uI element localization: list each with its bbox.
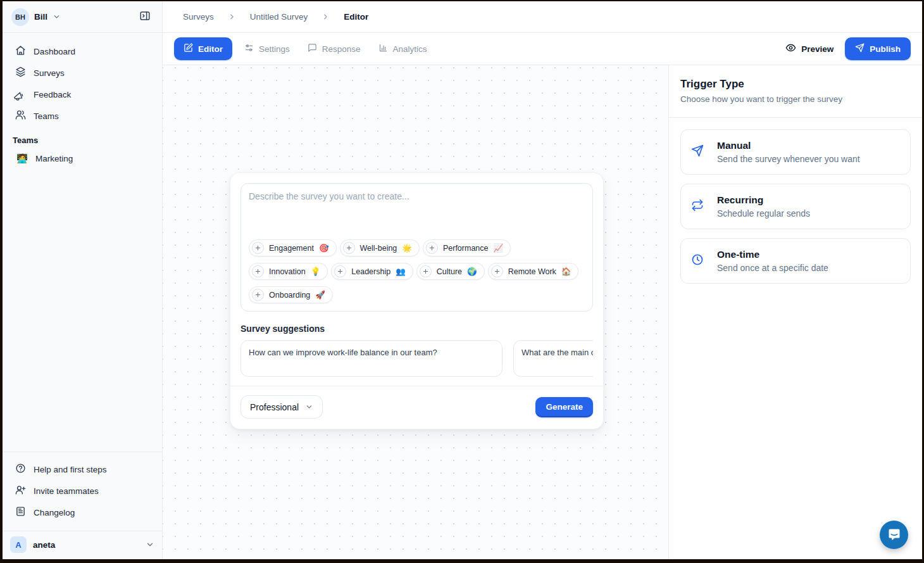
changelog-icon (15, 506, 26, 519)
bulb-emoji-icon: 💡 (311, 267, 321, 276)
survey-composer-card: Engagement 🎯 Well-being 🌟 Performance (230, 172, 604, 429)
eye-icon (785, 42, 796, 55)
people-emoji-icon: 👥 (396, 267, 406, 276)
sidebar-item-invite[interactable]: Invite teammates (9, 480, 156, 502)
publish-label: Publish (870, 44, 901, 54)
main-area: Surveys Untitled Survey Editor Editor (163, 1, 922, 559)
star-emoji-icon: 🌟 (402, 243, 412, 253)
sidebar: BH Bill Dashboard (3, 1, 163, 559)
layers-icon (15, 66, 26, 79)
composer-footer: Professional Generate (240, 386, 593, 419)
option-title: Recurring (717, 194, 810, 206)
breadcrumb-untitled-survey[interactable]: Untitled Survey (250, 12, 308, 22)
panel-title: Trigger Type (680, 78, 911, 91)
sidebar-item-label: Teams (34, 111, 59, 121)
breadcrumb: Surveys Untitled Survey Editor (163, 1, 922, 33)
topic-chip-well-being[interactable]: Well-being 🌟 (340, 239, 420, 256)
suggestion-card[interactable]: What are the main ob (513, 340, 593, 377)
trigger-type-panel: Trigger Type Choose how you want to trig… (668, 65, 922, 559)
plus-icon (343, 242, 355, 254)
send-icon (691, 144, 704, 164)
workspace-switcher[interactable]: BH Bill (3, 1, 162, 33)
topic-chip-culture[interactable]: Culture 🌍 (416, 263, 485, 280)
generate-button[interactable]: Generate (535, 397, 593, 417)
panel-header: Trigger Type Choose how you want to trig… (669, 65, 922, 118)
suggestion-card[interactable]: How can we improve work-life balance in … (240, 340, 503, 377)
option-description: Send once at a specific date (717, 263, 828, 273)
plus-icon (420, 265, 432, 277)
users-icon (15, 110, 26, 122)
account-menu[interactable]: A aneta (3, 531, 162, 559)
workspace-name: Bill (34, 12, 47, 22)
sidebar-item-marketing[interactable]: 🧑‍💻 Marketing (9, 148, 156, 169)
tab-analytics[interactable]: Analytics (373, 37, 433, 60)
topic-chip-onboarding[interactable]: Onboarding 🚀 (249, 286, 333, 303)
sidebar-collapse-button[interactable] (135, 8, 154, 27)
tab-label: Response (322, 44, 361, 54)
topic-chip-row: Onboarding 🚀 (249, 286, 585, 303)
trigger-options: Manual Send the survey whenever you want… (669, 118, 922, 295)
topic-chip-remote-work[interactable]: Remote Work 🏠 (488, 263, 579, 280)
sidebar-item-surveys[interactable]: Surveys (9, 62, 156, 84)
workspace-avatar: BH (11, 8, 29, 26)
megaphone-icon (15, 88, 26, 101)
breadcrumb-surveys[interactable]: Surveys (183, 12, 214, 22)
chat-launcher-button[interactable] (880, 521, 908, 549)
chat-bubble-icon (308, 43, 317, 54)
topic-chip-innovation[interactable]: Innovation 💡 (249, 263, 328, 280)
publish-button[interactable]: Publish (845, 37, 911, 60)
preview-button[interactable]: Preview (785, 42, 833, 55)
home-icon (15, 45, 26, 58)
prompt-box: Engagement 🎯 Well-being 🌟 Performance (240, 183, 593, 312)
sidebar-item-teams[interactable]: Teams (9, 105, 156, 127)
sidebar-item-changelog[interactable]: Changelog (9, 502, 156, 523)
target-emoji-icon: 🎯 (319, 243, 329, 253)
sidebar-item-feedback[interactable]: Feedback (9, 84, 156, 105)
option-title: One-time (717, 249, 828, 260)
sidebar-item-dashboard[interactable]: Dashboard (9, 41, 156, 62)
tab-label: Settings (259, 44, 290, 54)
account-name: aneta (33, 540, 55, 550)
editor-tabs: Editor Settings Response (174, 37, 433, 60)
help-circle-icon (15, 463, 26, 476)
chevron-down-icon (305, 403, 313, 411)
repeat-icon (691, 199, 704, 218)
rocket-emoji-icon: 🚀 (315, 290, 325, 300)
tone-select[interactable]: Professional (240, 395, 323, 419)
editor-canvas[interactable]: Engagement 🎯 Well-being 🌟 Performance (163, 65, 668, 559)
topic-chip-performance[interactable]: Performance 📈 (423, 239, 511, 256)
tab-settings[interactable]: Settings (239, 37, 296, 60)
sidebar-nav: Dashboard Surveys Feedback Teams (3, 33, 162, 127)
plus-icon (252, 265, 264, 277)
teams-section-label: Teams (3, 127, 162, 148)
chevron-right-icon (322, 13, 330, 21)
survey-description-input[interactable] (249, 191, 585, 231)
toolbar-actions: Preview Publish (785, 37, 911, 60)
option-title: Manual (717, 140, 860, 151)
trigger-option-one-time[interactable]: One-time Send once at a specific date (680, 238, 911, 284)
breadcrumb-editor: Editor (344, 12, 368, 22)
user-plus-icon (15, 484, 26, 497)
tone-value: Professional (250, 402, 299, 412)
trigger-option-manual[interactable]: Manual Send the survey whenever you want (680, 129, 911, 175)
panel-toggle-icon (139, 10, 151, 23)
tab-editor[interactable]: Editor (174, 37, 232, 60)
sidebar-item-label: Feedback (34, 90, 71, 99)
suggestions-title: Survey suggestions (240, 324, 593, 334)
sliders-icon (244, 43, 254, 54)
sidebar-item-label: Dashboard (34, 47, 75, 56)
globe-emoji-icon: 🌍 (467, 267, 477, 276)
tab-response[interactable]: Response (302, 37, 366, 60)
sidebar-item-label: Invite teammates (34, 486, 99, 496)
account-avatar: A (10, 536, 27, 553)
preview-label: Preview (801, 44, 833, 54)
sidebar-item-help[interactable]: Help and first steps (9, 459, 156, 480)
topic-chip-leadership[interactable]: Leadership 👥 (331, 263, 413, 280)
sidebar-footer: Help and first steps Invite teammates Ch… (3, 452, 162, 527)
tab-label: Analytics (393, 44, 427, 54)
trigger-option-recurring[interactable]: Recurring Schedule regular sends (680, 184, 911, 229)
clock-icon (691, 253, 704, 273)
topic-chip-engagement[interactable]: Engagement 🎯 (249, 239, 337, 256)
chart-up-emoji-icon: 📈 (494, 243, 504, 253)
suggestions-row: How can we improve work-life balance in … (240, 340, 593, 377)
